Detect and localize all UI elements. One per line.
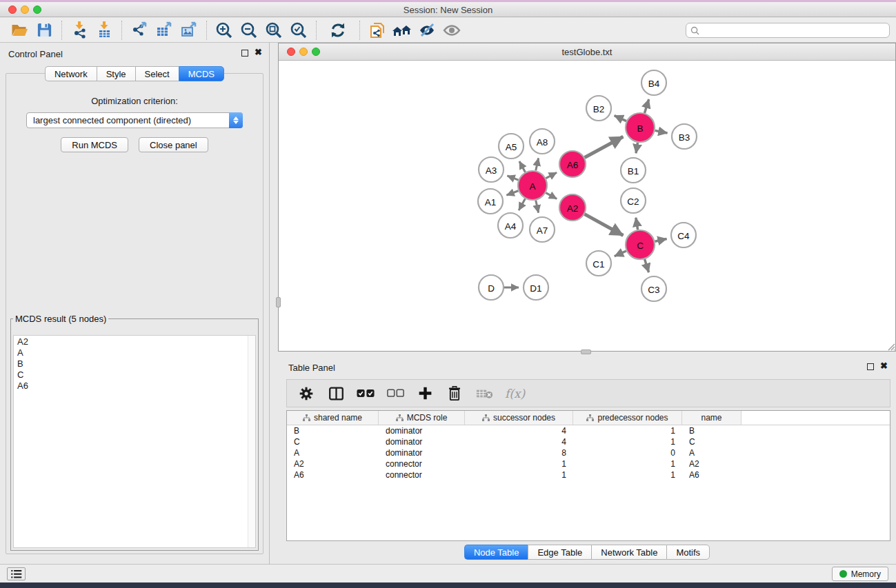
table-row[interactable]: Cdominator41C [287, 436, 890, 447]
zoom-out-button[interactable] [237, 20, 261, 41]
zoom-in-button[interactable] [212, 20, 237, 41]
network-canvas[interactable]: B4B2BB3A8A5A6A3B1AA1C2A2A4A7C4CC1C3DD1 [279, 61, 895, 351]
tab-node-table[interactable]: Node Table [464, 545, 528, 560]
edge-A-A3[interactable] [507, 176, 518, 180]
close-panel-button[interactable]: Close panel [139, 137, 208, 152]
edge-A-A6[interactable] [546, 172, 557, 178]
mcds-result-item[interactable]: A2 [14, 336, 255, 347]
tab-network-table[interactable]: Network Table [591, 545, 666, 560]
mcds-result-item[interactable]: B [14, 358, 255, 369]
table-cell: A [287, 448, 379, 458]
zoom-fit-button[interactable] [261, 20, 286, 41]
zoom-out-icon [239, 21, 259, 40]
optimization-criterion-dropdown[interactable]: largest connected component (directed) [26, 112, 243, 128]
scrollbar-track[interactable] [248, 336, 255, 547]
hide-selected-button[interactable] [415, 20, 439, 41]
export-network-icon [130, 21, 149, 39]
edge-C-C1[interactable] [615, 251, 626, 256]
run-mcds-button[interactable]: Run MCDS [61, 137, 128, 152]
table-cell: B [682, 426, 741, 436]
edge-B-B3[interactable] [655, 130, 668, 133]
edge-B-B2[interactable] [615, 116, 626, 121]
table-toolbar: f(x) [286, 379, 890, 407]
column-header-successor-nodes[interactable]: successor nodes [465, 411, 573, 425]
table-row[interactable]: A6connector11A6 [287, 469, 890, 480]
edge-C-C2[interactable] [636, 218, 638, 230]
tab-mcds[interactable]: MCDS [179, 66, 224, 81]
tab-style[interactable]: Style [97, 66, 135, 81]
edge-A-A5[interactable] [519, 161, 526, 172]
mcds-result-list[interactable]: A2ABCA6 [13, 335, 256, 548]
mcds-result-item[interactable]: C [14, 369, 255, 380]
close-panel-icon[interactable]: ✖ [255, 49, 262, 56]
column-header-mcds-role[interactable]: MCDS role [379, 411, 465, 425]
export-network-button[interactable] [127, 20, 152, 41]
add-column-button[interactable] [416, 385, 434, 403]
export-image-button[interactable] [177, 20, 201, 41]
toolbar-search-field[interactable] [686, 23, 890, 38]
mcds-result-item[interactable]: A6 [14, 380, 255, 391]
window-title: Session: New Session [0, 5, 896, 15]
edge-B-B1[interactable] [636, 143, 638, 154]
float-panel-icon[interactable] [241, 50, 248, 57]
function-builder-button[interactable]: f(x) [505, 385, 525, 403]
table-row[interactable]: A2connector11A2 [287, 458, 890, 469]
zoom-selected-button[interactable] [286, 20, 311, 41]
tab-network[interactable]: Network [45, 66, 97, 81]
table-cell: A2 [682, 459, 741, 469]
control-panel-title: Control Panel [8, 49, 63, 59]
edge-A-A4[interactable] [519, 199, 525, 210]
select-all-button[interactable] [357, 385, 375, 403]
node-label-A8: A8 [537, 137, 548, 148]
edge-A-A7[interactable] [536, 200, 539, 212]
hierarchy-icon [482, 414, 490, 421]
tab-select[interactable]: Select [135, 66, 179, 81]
edge-B-B4[interactable] [644, 99, 648, 113]
task-history-button[interactable] [7, 567, 26, 580]
table-cell: 1 [573, 426, 682, 436]
close-table-panel-icon[interactable]: ✖ [880, 363, 888, 369]
save-session-button[interactable] [32, 20, 57, 41]
table-row[interactable]: Adominator80A [287, 447, 890, 458]
first-neighbors-button[interactable] [390, 20, 415, 41]
network-window-titlebar[interactable]: testGlobe.txt [279, 43, 895, 61]
new-network-from-selection-button[interactable] [365, 20, 390, 41]
column-header-shared-name[interactable]: shared name [287, 411, 379, 425]
node-label-A3: A3 [486, 165, 497, 176]
split-view-button[interactable] [327, 385, 345, 403]
edge-A-A2[interactable] [546, 193, 557, 199]
float-table-panel-icon[interactable] [867, 363, 874, 370]
hierarchy-icon [303, 414, 310, 421]
column-header-name[interactable]: name [682, 411, 741, 425]
search-input[interactable] [699, 26, 885, 35]
delete-table-button[interactable] [475, 385, 493, 403]
table-row[interactable]: Bdominator41B [287, 425, 890, 436]
mcds-result-item[interactable]: A [14, 347, 255, 358]
column-header-predecessor-nodes[interactable]: predecessor nodes [573, 411, 682, 425]
edge-C-C3[interactable] [645, 259, 649, 272]
apply-layout-button[interactable] [326, 20, 350, 41]
toolbar-separator [121, 21, 122, 40]
network-graph[interactable]: B4B2BB3A8A5A6A3B1AA1C2A2A4A7C4CC1C3DD1 [279, 61, 895, 351]
edge-A2-C[interactable] [585, 214, 624, 236]
delete-column-button[interactable] [446, 385, 464, 403]
splitter-handle-bottom[interactable] [581, 349, 591, 354]
memory-button[interactable]: Memory [832, 567, 888, 581]
open-session-button[interactable] [7, 20, 32, 41]
import-network-button[interactable] [67, 20, 92, 41]
splitter-handle-left[interactable] [276, 297, 281, 307]
edge-C-C4[interactable] [655, 239, 666, 241]
edge-A-A8[interactable] [536, 158, 539, 170]
show-all-button[interactable] [439, 20, 464, 41]
table-settings-button[interactable] [297, 385, 315, 403]
import-table-button[interactable] [92, 20, 117, 41]
export-table-button[interactable] [152, 20, 177, 41]
eye-slash-icon [417, 21, 437, 39]
deselect-all-button[interactable] [386, 385, 404, 403]
tab-motifs[interactable]: Motifs [666, 545, 710, 560]
edge-A6-B[interactable] [585, 136, 624, 157]
list-icon [11, 570, 22, 578]
resize-grip-icon[interactable] [886, 341, 895, 351]
tab-edge-table[interactable]: Edge Table [528, 545, 591, 560]
edge-A-A1[interactable] [506, 191, 518, 195]
